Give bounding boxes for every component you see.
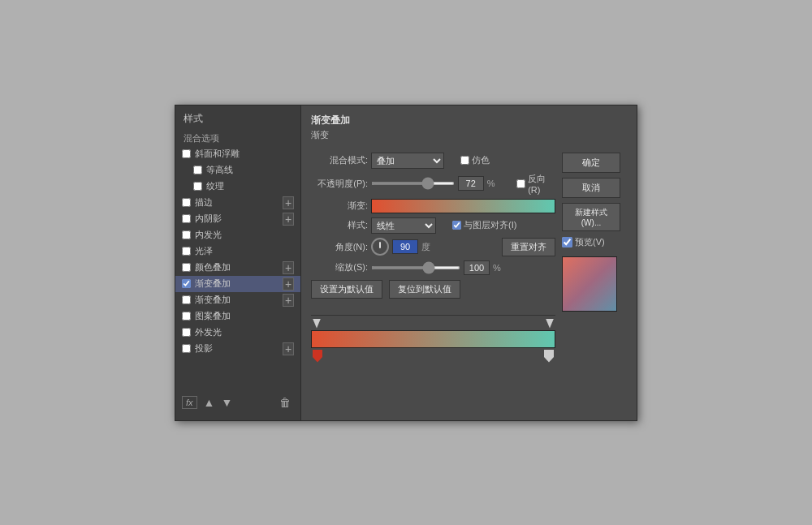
opacity-stop-left[interactable] bbox=[313, 319, 321, 329]
preview-checkbox[interactable] bbox=[562, 237, 572, 247]
opacity-stop-right[interactable] bbox=[546, 319, 554, 329]
scale-input[interactable] bbox=[464, 260, 490, 275]
color-overlay-plus[interactable]: + bbox=[283, 261, 294, 274]
gradient-overlay2-plus[interactable]: + bbox=[283, 294, 294, 307]
style-item-pattern-overlay[interactable]: 图案叠加 bbox=[175, 308, 300, 325]
gradient-overlay2-checkbox[interactable] bbox=[182, 295, 191, 304]
scale-row: 缩放(S): % bbox=[311, 260, 555, 275]
style-select[interactable]: 线性 径向 角度 对称 菱形 bbox=[371, 217, 436, 234]
blend-mode-row: 混合模式: 叠加 正常 溶解 滤色 仿色 bbox=[311, 153, 555, 169]
style-item-bevel[interactable]: 斜面和浮雕 bbox=[175, 146, 300, 162]
angle-input[interactable] bbox=[392, 239, 418, 254]
align-layer-checkbox[interactable] bbox=[452, 221, 461, 230]
reverse-checkbox[interactable] bbox=[516, 179, 525, 188]
style-item-texture[interactable]: 纹理 bbox=[175, 179, 300, 195]
drop-shadow-label: 投影 bbox=[195, 342, 283, 355]
drop-shadow-plus[interactable]: + bbox=[283, 342, 294, 355]
align-layer-label[interactable]: 与图层对齐(I) bbox=[452, 219, 516, 231]
stroke-label: 描边 bbox=[195, 196, 283, 209]
inner-shadow-plus[interactable]: + bbox=[283, 213, 294, 226]
inner-glow-checkbox[interactable] bbox=[182, 230, 191, 239]
color-overlay-checkbox[interactable] bbox=[182, 263, 191, 272]
gradient-overlay-plus[interactable]: + bbox=[283, 278, 294, 290]
preview-checkbox-label[interactable]: 预览(V) bbox=[562, 236, 627, 248]
move-up-icon[interactable]: ▲ bbox=[204, 396, 215, 409]
style-item-color-overlay[interactable]: 颜色叠加 + bbox=[175, 260, 300, 276]
fx-icon[interactable]: fx bbox=[182, 396, 197, 409]
style-item-inner-shadow[interactable]: 内阴影 + bbox=[175, 211, 300, 227]
inner-shadow-checkbox[interactable] bbox=[182, 214, 191, 223]
dither-checkbox-label[interactable]: 仿色 bbox=[460, 154, 490, 166]
scale-slider-track bbox=[371, 262, 460, 273]
delete-icon[interactable]: 🗑 bbox=[279, 396, 291, 409]
panel-content-area: 渐变叠加 渐变 bbox=[311, 114, 627, 146]
section-sub: 渐变 bbox=[311, 129, 627, 141]
bevel-label: 斜面和浮雕 bbox=[195, 148, 294, 160]
dither-label: 仿色 bbox=[472, 154, 490, 166]
pattern-overlay-checkbox[interactable] bbox=[182, 312, 191, 321]
style-item-stroke[interactable]: 描边 + bbox=[175, 195, 300, 211]
opacity-stops-row bbox=[311, 319, 555, 329]
color-overlay-label: 颜色叠加 bbox=[195, 261, 283, 273]
outer-glow-label: 外发光 bbox=[195, 326, 294, 338]
opacity-label: 不透明度(P): bbox=[311, 178, 368, 190]
gradient-label: 渐变: bbox=[311, 200, 368, 212]
bevel-checkbox[interactable] bbox=[182, 149, 191, 158]
cancel-button[interactable]: 取消 bbox=[562, 178, 620, 198]
gradient-row: 渐变: bbox=[311, 199, 555, 213]
opacity-input[interactable] bbox=[458, 176, 484, 191]
gradient-overlay-panel: 渐变叠加 渐变 混合模式: 叠加 正常 溶解 滤色 bbox=[301, 105, 637, 420]
reverse-checkbox-label[interactable]: 反向(R) bbox=[516, 173, 555, 195]
scale-slider[interactable] bbox=[371, 266, 460, 269]
gradient-overlay-label: 渐变叠加 bbox=[195, 278, 283, 290]
angle-dial[interactable] bbox=[371, 238, 389, 256]
set-default-button[interactable]: 设置为默认值 bbox=[311, 280, 382, 299]
move-down-icon[interactable]: ▼ bbox=[221, 396, 232, 409]
gradient-editor bbox=[311, 305, 555, 366]
opacity-unit: % bbox=[487, 179, 495, 188]
gradient-overlay-checkbox[interactable] bbox=[182, 279, 191, 288]
texture-label: 纹理 bbox=[206, 180, 294, 192]
drop-shadow-checkbox[interactable] bbox=[182, 344, 191, 353]
opacity-slider[interactable] bbox=[371, 182, 455, 185]
bottom-buttons-row: 设置为默认值 复位到默认值 bbox=[311, 280, 555, 299]
contour-checkbox[interactable] bbox=[193, 166, 202, 174]
satin-checkbox[interactable] bbox=[182, 247, 191, 256]
ok-button[interactable]: 确定 bbox=[562, 153, 620, 173]
style-item-drop-shadow[interactable]: 投影 + bbox=[175, 341, 300, 357]
preview-swatch bbox=[562, 256, 617, 312]
style-item-contour[interactable]: 等高线 bbox=[175, 162, 300, 179]
panel-top-area: 渐变叠加 渐变 bbox=[311, 114, 627, 146]
stroke-plus[interactable]: + bbox=[283, 196, 294, 209]
style-item-outer-glow[interactable]: 外发光 bbox=[175, 325, 300, 341]
stroke-checkbox[interactable] bbox=[182, 198, 191, 207]
inner-glow-label: 内发光 bbox=[195, 229, 294, 241]
blend-mode-label: 混合模式: bbox=[311, 154, 368, 166]
style-item-inner-glow[interactable]: 内发光 bbox=[175, 227, 300, 243]
style-item-gradient-overlay2[interactable]: 渐变叠加 + bbox=[175, 292, 300, 308]
reverse-label: 反向(R) bbox=[528, 173, 555, 195]
style-label: 样式: bbox=[311, 219, 368, 231]
preview-label: 预览(V) bbox=[575, 236, 605, 248]
outer-glow-checkbox[interactable] bbox=[182, 328, 191, 337]
color-stops-row bbox=[311, 350, 555, 363]
reset-align-button[interactable]: 重置对齐 bbox=[502, 238, 555, 256]
panel-footer: fx ▲ ▼ 🗑 bbox=[175, 391, 300, 414]
right-main-area: 混合模式: 叠加 正常 溶解 滤色 仿色 不透明度(P): bbox=[311, 153, 627, 412]
pattern-overlay-label: 图案叠加 bbox=[195, 310, 294, 322]
style-item-satin[interactable]: 光泽 bbox=[175, 243, 300, 260]
style-item-gradient-overlay-active[interactable]: 渐变叠加 + bbox=[175, 276, 300, 292]
align-layer-text: 与图层对齐(I) bbox=[464, 219, 516, 231]
color-stop-right[interactable] bbox=[544, 350, 554, 363]
gradient-preview-bar[interactable] bbox=[371, 199, 555, 213]
color-stop-left[interactable] bbox=[313, 350, 322, 363]
dither-checkbox[interactable] bbox=[460, 156, 469, 165]
gradient-settings: 混合模式: 叠加 正常 溶解 滤色 仿色 不透明度(P): bbox=[311, 153, 555, 412]
new-style-button[interactable]: 新建样式(W)... bbox=[562, 203, 620, 231]
reset-default-button[interactable]: 复位到默认值 bbox=[389, 280, 460, 299]
gradient-editor-bar[interactable] bbox=[311, 330, 555, 348]
texture-checkbox[interactable] bbox=[193, 182, 202, 191]
blend-mode-select[interactable]: 叠加 正常 溶解 滤色 bbox=[371, 153, 444, 169]
angle-unit: 度 bbox=[421, 241, 430, 253]
opacity-slider-track bbox=[371, 178, 455, 189]
